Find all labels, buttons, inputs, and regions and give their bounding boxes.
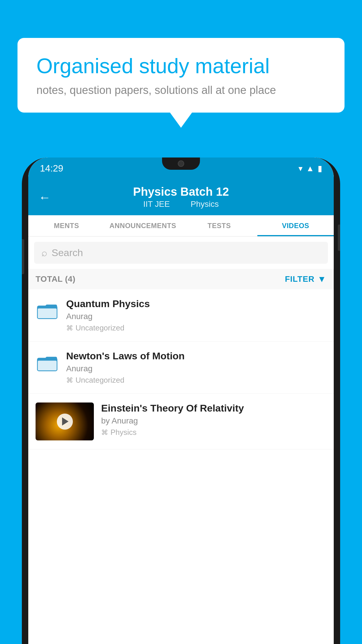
item-title: Einstein's Theory Of Relativity [101,402,326,414]
tab-videos[interactable]: VIDEOS [257,215,334,236]
filter-bar: TOTAL (4) FILTER ▼ [28,269,334,289]
svg-rect-1 [37,308,57,318]
search-icon: ⌕ [41,247,47,258]
tab-tests[interactable]: TESTS [181,215,257,236]
header-subtitle-part2: Physics [191,200,219,209]
phone-side-left [22,239,24,274]
header-title: Physics Batch 12 [40,185,322,198]
search-box[interactable]: ⌕ Search [34,242,328,264]
speech-bubble: Organised study material notes, question… [17,38,345,113]
tag-text: Uncategorized [75,376,124,385]
item-icon-folder [36,298,59,324]
camera [178,160,184,167]
wifi-icon: ▾ [298,164,303,173]
play-triangle-icon [62,417,68,426]
filter-icon: ▼ [317,274,326,284]
video-list: Quantum Physics Anurag ⌘ Uncategorized [28,289,334,449]
tag-icon: ⌘ [101,428,108,437]
signal-icon: ▲ [306,164,314,173]
total-count: TOTAL (4) [36,274,75,284]
notch [162,158,200,170]
item-tag: ⌘ Physics [101,428,326,437]
status-bar: 14:29 ▾ ▲ ▮ [28,158,334,179]
search-placeholder: Search [52,247,83,258]
item-author: Anurag [66,312,326,321]
item-title: Quantum Physics [66,298,326,309]
item-info: Quantum Physics Anurag ⌘ Uncategorized [66,298,326,332]
tag-icon: ⌘ [66,376,73,384]
filter-button[interactable]: FILTER ▼ [285,274,326,284]
item-author: Anurag [66,364,326,373]
item-author: by Anurag [101,416,326,426]
tab-announcements[interactable]: ANNOUNCEMENTS [105,215,181,236]
tabs-bar: MENTS ANNOUNCEMENTS TESTS VIDEOS [28,215,334,237]
speech-bubble-container: Organised study material notes, question… [17,38,345,113]
bubble-subtitle: notes, question papers, solutions all at… [36,84,326,97]
item-info: Einstein's Theory Of Relativity by Anura… [101,402,326,437]
video-thumbnail [36,402,94,440]
tag-text: Physics [110,428,137,437]
status-time: 14:29 [40,163,63,174]
phone-inner: 14:29 ▾ ▲ ▮ ← Physics Batch 12 IIT JEE P… [28,158,334,644]
search-container: ⌕ Search [28,237,334,269]
tag-text: Uncategorized [75,323,124,332]
thumb-bg [36,402,94,440]
header-subtitle: IIT JEE Physics [40,200,322,209]
list-item[interactable]: Quantum Physics Anurag ⌘ Uncategorized [28,289,334,342]
list-item[interactable]: Einstein's Theory Of Relativity by Anura… [28,394,334,449]
phone-frame: 14:29 ▾ ▲ ▮ ← Physics Batch 12 IIT JEE P… [22,158,340,644]
item-icon-folder [36,350,59,377]
item-tag: ⌘ Uncategorized [66,376,326,385]
item-tag: ⌘ Uncategorized [66,323,326,332]
item-title: Newton's Laws of Motion [66,350,326,362]
item-info: Newton's Laws of Motion Anurag ⌘ Uncateg… [66,350,326,385]
svg-rect-3 [37,360,57,371]
tab-ments[interactable]: MENTS [28,215,105,236]
header-subtitle-sep [179,200,184,209]
status-icons: ▾ ▲ ▮ [298,164,322,173]
play-button[interactable] [57,414,73,430]
battery-icon: ▮ [318,164,322,173]
filter-label: FILTER [285,274,314,284]
tag-icon: ⌘ [66,324,73,332]
header-subtitle-part1: IIT JEE [143,200,170,209]
app-header: ← Physics Batch 12 IIT JEE Physics [28,179,334,215]
phone-side-right [338,225,340,251]
list-item[interactable]: Newton's Laws of Motion Anurag ⌘ Uncateg… [28,342,334,394]
bubble-title: Organised study material [36,54,326,78]
back-button[interactable]: ← [38,190,51,204]
